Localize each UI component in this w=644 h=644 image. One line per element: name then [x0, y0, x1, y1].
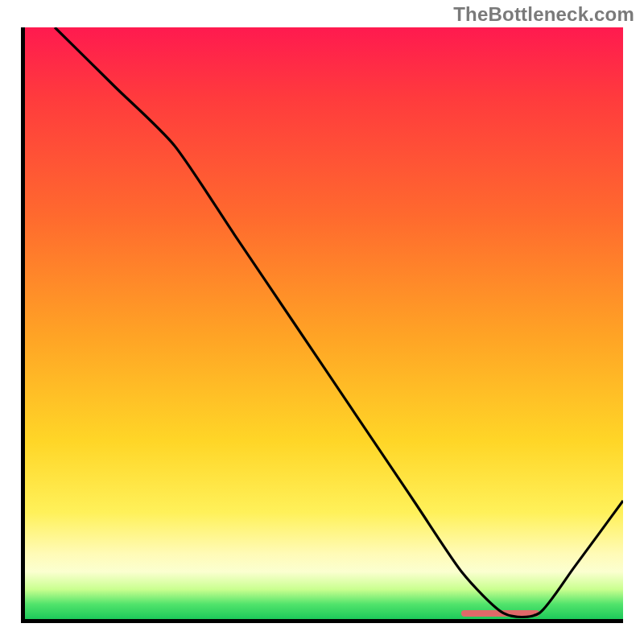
- curve-path: [55, 27, 623, 617]
- chart-stage: TheBottleneck.com: [0, 0, 644, 644]
- watermark-text: TheBottleneck.com: [453, 3, 634, 26]
- plot-area: [21, 27, 623, 623]
- curve-svg: [25, 27, 623, 619]
